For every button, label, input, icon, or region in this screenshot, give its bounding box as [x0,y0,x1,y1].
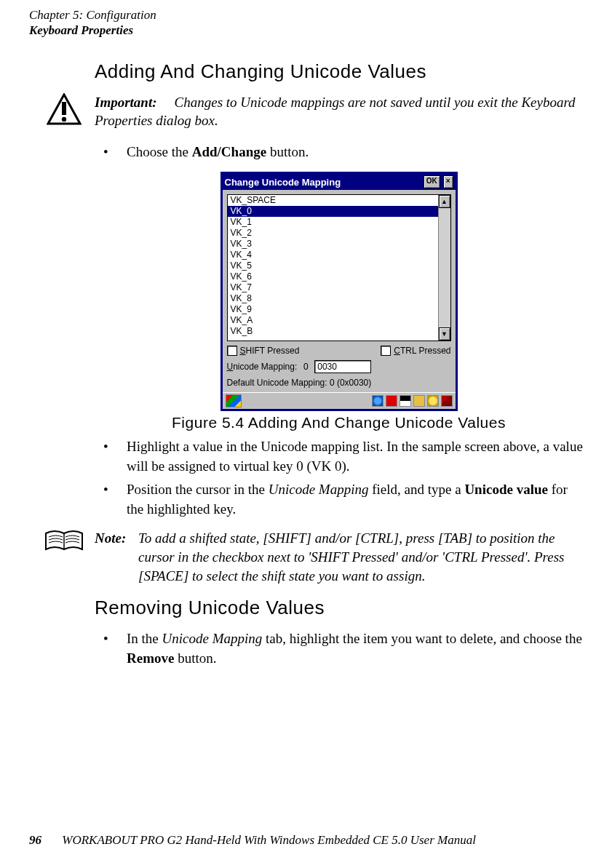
running-header: Chapter 5: Configuration Keyboard Proper… [29,7,583,39]
unicode-current: 0 [301,362,310,372]
unicode-mapping-input[interactable] [314,360,371,373]
important-note: Important:Changes to Unicode mappings ar… [44,93,583,131]
list-item[interactable]: VK_A [228,315,438,326]
tray-card-icon[interactable] [400,395,411,407]
list-item[interactable]: VK_B [228,326,438,337]
heading-adding: Adding And Changing Unicode Values [95,60,583,83]
list-item[interactable]: VK_SPACE [228,195,438,206]
svg-point-2 [62,116,66,121]
heading-removing: Removing Unicode Values [95,597,583,619]
bullet-remove: In the Unicode Mapping tab, highlight th… [95,629,583,668]
figure-caption: Figure 5.4 Adding And Change Unicode Val… [95,414,583,431]
scroll-up-icon[interactable]: ▲ [439,195,450,208]
note-label: Note: [95,530,126,546]
chapter-line: Chapter 5: Configuration [29,7,583,23]
important-label: Important: [95,95,157,110]
tray-bulb-icon[interactable] [427,395,439,407]
scroll-down-icon[interactable]: ▼ [439,327,450,341]
list-item[interactable]: VK_3 [228,239,438,250]
important-text: Changes to Unicode mappings are not save… [95,95,576,129]
list-item[interactable]: VK_8 [228,293,438,304]
list-item[interactable]: VK_5 [228,260,438,271]
ok-button[interactable]: OK [424,175,440,188]
list-item[interactable]: VK_1 [228,217,438,228]
dialog-title: Change Unicode Mapping [225,177,421,188]
tray-status-icon[interactable] [386,395,397,407]
section-line: Keyboard Properties [29,23,583,38]
manual-title: WORKABOUT PRO G2 Hand-Held With Windows … [62,833,476,847]
shift-pressed-checkbox[interactable]: SHIFT Pressed [227,346,300,356]
svg-rect-1 [62,102,66,115]
book-icon [44,529,84,554]
list-item[interactable]: VK_7 [228,282,438,293]
start-icon[interactable] [226,394,242,407]
list-item[interactable]: VK_4 [228,250,438,260]
note-text: To add a shifted state, [SHIFT] and/or [… [138,530,564,583]
close-button[interactable]: × [443,175,453,188]
tray-globe-icon[interactable] [372,395,384,407]
taskbar [223,392,456,409]
tray-lock-icon[interactable] [413,395,425,407]
vk-listbox[interactable]: VK_SPACE VK_0 VK_1 VK_2 VK_3 VK_4 VK_5 V… [227,194,451,341]
warning-icon [44,93,84,131]
dialog-titlebar: Change Unicode Mapping OK × [223,174,456,190]
list-item[interactable]: VK_6 [228,271,438,282]
list-item[interactable]: VK_9 [228,304,438,315]
list-item[interactable]: VK_2 [228,228,438,239]
ctrl-pressed-checkbox[interactable]: CTRL Pressed [381,346,450,356]
unicode-mapping-label: Unicode Mapping: [227,362,298,372]
bullet-position-cursor: Position the cursor in the Unicode Mappi… [95,480,583,519]
scroll-track[interactable] [439,208,450,327]
page-footer: 96 WORKABOUT PRO G2 Hand-Held With Windo… [29,833,476,848]
note-block: Note: To add a shifted state, [SHIFT] an… [44,529,583,585]
dialog-change-unicode-mapping: Change Unicode Mapping OK × VK_SPACE VK_… [220,172,458,411]
scrollbar[interactable]: ▲ ▼ [438,195,450,341]
page-number: 96 [29,833,41,847]
system-tray [372,395,453,407]
default-mapping-label: Default Unicode Mapping: 0 (0x0030) [227,378,372,388]
list-item[interactable]: VK_0 [228,206,438,217]
tray-pen-icon[interactable] [441,395,453,407]
bullet-highlight-value: Highlight a value in the Unicode mapping… [95,437,583,476]
bullet-choose-addchange: Choose the Add/Change button. [95,143,583,162]
